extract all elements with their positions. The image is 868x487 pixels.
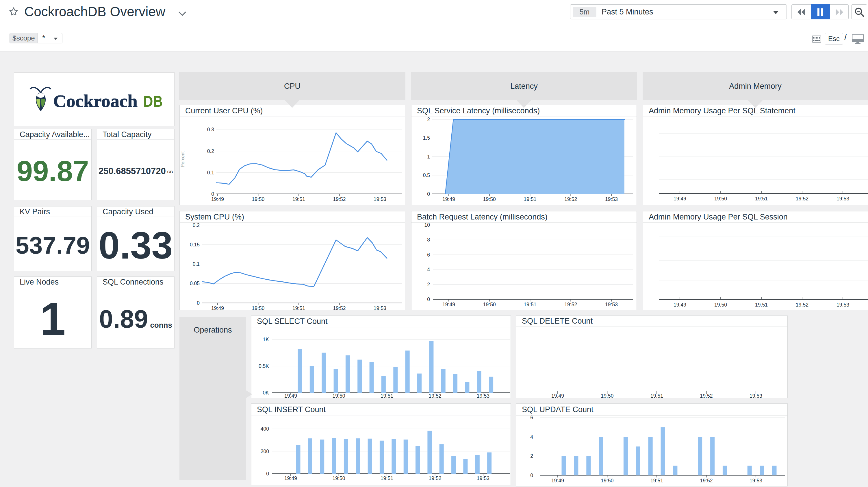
svg-text:0.2: 0.2 xyxy=(207,148,214,154)
svg-text:1K: 1K xyxy=(263,337,269,342)
svg-text:2: 2 xyxy=(530,453,533,459)
svg-text:19:53: 19:53 xyxy=(837,196,849,202)
svg-text:19:52: 19:52 xyxy=(429,393,441,398)
svg-text:19:51: 19:51 xyxy=(650,478,663,484)
svg-text:8: 8 xyxy=(427,237,430,242)
svg-text:Percent: Percent xyxy=(180,151,185,167)
svg-text:19:53: 19:53 xyxy=(477,393,490,398)
svg-text:400: 400 xyxy=(260,426,269,432)
svg-text:19:51: 19:51 xyxy=(755,196,768,202)
svg-text:19:49: 19:49 xyxy=(551,393,564,398)
svg-text:19:53: 19:53 xyxy=(749,478,762,484)
svg-text:0.5K: 0.5K xyxy=(258,363,269,369)
svg-text:19:49: 19:49 xyxy=(211,306,224,310)
svg-text:0.1: 0.1 xyxy=(207,170,214,175)
svg-text:19:52: 19:52 xyxy=(333,306,346,310)
svg-text:0: 0 xyxy=(427,296,430,302)
svg-text:19:49: 19:49 xyxy=(442,196,455,202)
svg-text:19:52: 19:52 xyxy=(796,302,808,308)
svg-text:19:51: 19:51 xyxy=(524,196,536,202)
svg-text:0: 0 xyxy=(266,471,269,477)
svg-text:0.15: 0.15 xyxy=(190,242,200,248)
svg-text:1.5: 1.5 xyxy=(423,135,430,141)
svg-text:19:49: 19:49 xyxy=(284,476,297,481)
svg-text:19:50: 19:50 xyxy=(714,302,727,308)
svg-text:2: 2 xyxy=(427,282,430,287)
svg-text:19:50: 19:50 xyxy=(483,302,496,308)
svg-text:0K: 0K xyxy=(263,390,269,396)
svg-text:2: 2 xyxy=(427,117,430,122)
svg-text:0: 0 xyxy=(211,191,214,197)
svg-text:19:51: 19:51 xyxy=(650,393,663,398)
svg-text:19:50: 19:50 xyxy=(601,393,614,398)
svg-text:19:51: 19:51 xyxy=(524,302,536,308)
svg-text:19:50: 19:50 xyxy=(333,476,345,481)
svg-text:19:52: 19:52 xyxy=(564,302,577,308)
svg-text:1: 1 xyxy=(427,154,430,160)
svg-text:19:49: 19:49 xyxy=(551,478,564,484)
svg-text:19:49: 19:49 xyxy=(284,393,297,398)
svg-text:19:50: 19:50 xyxy=(252,306,265,310)
svg-text:19:50: 19:50 xyxy=(601,478,614,484)
svg-text:6: 6 xyxy=(530,415,533,421)
svg-text:19:51: 19:51 xyxy=(380,393,393,398)
svg-text:19:52: 19:52 xyxy=(796,196,808,202)
svg-text:19:52: 19:52 xyxy=(700,478,713,484)
svg-text:19:49: 19:49 xyxy=(674,302,686,308)
svg-text:19:50: 19:50 xyxy=(483,196,496,202)
svg-text:0: 0 xyxy=(197,300,200,306)
svg-text:0.05: 0.05 xyxy=(190,281,200,286)
svg-text:19:51: 19:51 xyxy=(292,306,305,310)
svg-text:19:50: 19:50 xyxy=(714,196,727,202)
svg-text:19:50: 19:50 xyxy=(333,393,345,398)
svg-text:19:51: 19:51 xyxy=(380,476,393,481)
svg-text:19:50: 19:50 xyxy=(252,196,265,202)
svg-text:19:53: 19:53 xyxy=(749,393,762,398)
svg-text:Cockroach: Cockroach xyxy=(53,91,137,111)
svg-text:19:53: 19:53 xyxy=(837,302,849,308)
svg-text:200: 200 xyxy=(260,449,269,454)
svg-text:19:53: 19:53 xyxy=(605,302,618,308)
svg-text:19:49: 19:49 xyxy=(442,302,455,308)
svg-text:19:52: 19:52 xyxy=(429,476,441,481)
svg-text:19:49: 19:49 xyxy=(674,196,686,202)
svg-text:0: 0 xyxy=(427,191,430,197)
svg-text:19:52: 19:52 xyxy=(700,393,713,398)
svg-text:19:52: 19:52 xyxy=(333,196,346,202)
svg-text:0: 0 xyxy=(530,472,533,478)
svg-text:6: 6 xyxy=(427,252,430,258)
svg-text:0.3: 0.3 xyxy=(207,127,214,133)
svg-text:19:53: 19:53 xyxy=(374,306,386,310)
svg-text:DB: DB xyxy=(143,92,162,110)
svg-text:10: 10 xyxy=(425,222,430,228)
svg-text:0.1: 0.1 xyxy=(193,261,200,267)
svg-text:19:53: 19:53 xyxy=(605,196,618,202)
svg-text:19:53: 19:53 xyxy=(374,196,386,202)
svg-text:4: 4 xyxy=(530,434,533,440)
svg-text:0.5: 0.5 xyxy=(423,172,430,178)
svg-text:19:51: 19:51 xyxy=(292,196,305,202)
svg-text:19:49: 19:49 xyxy=(211,196,224,202)
svg-text:4: 4 xyxy=(427,267,430,273)
svg-text:0.2: 0.2 xyxy=(193,222,200,228)
svg-text:19:53: 19:53 xyxy=(477,476,490,481)
svg-text:19:52: 19:52 xyxy=(564,196,577,202)
svg-text:19:51: 19:51 xyxy=(755,302,768,308)
